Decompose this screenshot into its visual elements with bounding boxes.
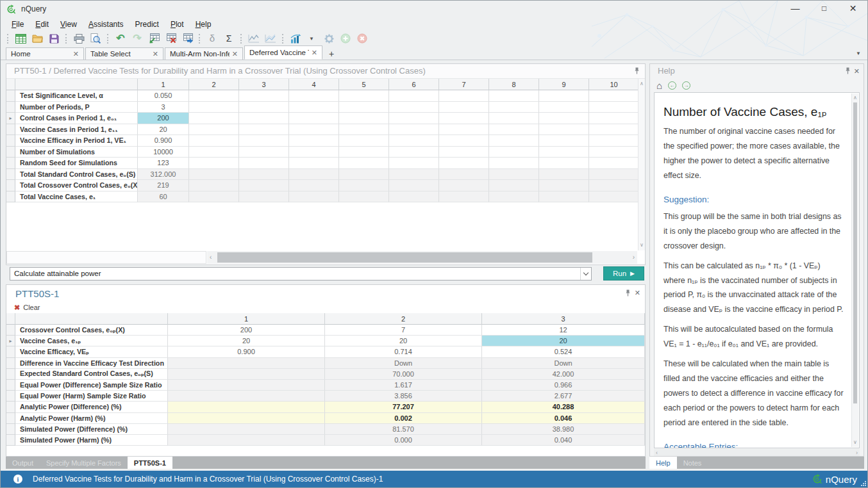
save-icon[interactable] [46,31,62,45]
grid-cell[interactable] [589,191,639,203]
grid-cell[interactable]: 60 [138,191,189,203]
grid-cell[interactable] [489,158,539,169]
grid-cell[interactable] [339,124,389,136]
grid-cell[interactable] [189,191,239,203]
close-icon[interactable]: ✕ [635,289,640,297]
home-icon[interactable]: ⌂ [656,81,662,90]
grid-cell[interactable]: 42.000 [482,369,645,380]
dock-tab-notes[interactable]: Notes [677,457,708,469]
grid-cell[interactable]: 0.002 [325,413,482,424]
row-selector[interactable] [6,402,15,412]
paste-table-icon[interactable] [146,31,162,45]
grid-cell[interactable] [589,124,639,136]
gear-icon[interactable] [321,31,337,45]
export-table-icon[interactable] [179,31,195,45]
grid-cell[interactable] [339,102,389,113]
grid-cell[interactable] [489,180,539,191]
grid-cell[interactable] [489,124,539,136]
row-selector[interactable] [6,325,15,336]
dock-tab-ptt50s-1[interactable]: PTT50S-1 [128,457,172,469]
close-button[interactable]: ✕ [839,1,867,17]
grid-cell[interactable]: 40.288 [482,402,645,412]
grid-cell[interactable]: 200 [138,113,189,124]
grid-cell[interactable] [589,147,639,158]
grid-cell[interactable] [589,90,639,102]
print-preview-icon[interactable] [88,31,103,45]
grid-cell[interactable]: 0.900 [168,346,325,357]
run-button[interactable]: Run ▶ [603,266,644,281]
chart-caret-icon[interactable]: ▼ [305,31,320,45]
grid-cell[interactable]: 81.570 [325,424,482,435]
delete-table-icon[interactable] [163,31,178,45]
row-selector[interactable] [6,435,15,446]
grid-cell[interactable] [168,413,325,424]
scroll-thumb[interactable] [853,102,857,403]
grid-cell[interactable]: 12 [482,325,645,336]
add-circle-icon[interactable] [338,31,353,45]
tab-table-select[interactable]: Table Select✕ [85,47,163,60]
maximize-button[interactable]: □ [810,1,839,17]
grid-cell[interactable] [439,191,489,203]
help-horizontal-scrollbar[interactable]: ‹ › [654,449,860,456]
help-vertical-scrollbar[interactable]: ∧ ∨ [851,94,858,447]
resize-grip[interactable] [861,481,866,486]
grid-cell[interactable]: 0.050 [138,90,189,102]
grid-cell[interactable] [239,102,289,113]
grid-cell[interactable] [439,135,489,147]
new-table-icon[interactable] [13,31,28,45]
grid-cell[interactable]: 200 [168,325,325,336]
pin-icon[interactable] [634,67,640,76]
grid-cell[interactable] [539,90,589,102]
grid-cell[interactable] [168,380,325,391]
grid-cell[interactable] [539,169,589,181]
grid-cell[interactable] [239,191,289,203]
grid-cell[interactable] [389,191,439,203]
grid-cell[interactable] [168,402,325,412]
grid-cell[interactable] [389,169,439,181]
menu-assistants[interactable]: Assistants [83,20,129,29]
menu-file[interactable]: File [6,20,29,29]
grid-cell[interactable]: 77.207 [325,402,482,412]
grid-cell[interactable] [589,180,639,191]
grid-cell[interactable] [168,391,325,402]
clear-button[interactable]: ✖ Clear [6,302,645,313]
grid-cell[interactable] [239,180,289,191]
grid-cell[interactable] [239,169,289,181]
grid-cell[interactable] [189,158,239,169]
grid-cell[interactable]: Down [325,358,482,369]
grid-cell[interactable] [489,102,539,113]
grid-cell[interactable]: 10000 [138,147,189,158]
menu-edit[interactable]: Edit [29,20,54,29]
grid-cell[interactable] [289,147,339,158]
grid-cell[interactable] [389,135,439,147]
grid-cell[interactable] [189,124,239,136]
grid-cell[interactable]: 0.524 [482,346,645,357]
row-selector[interactable] [6,180,15,191]
tab-home[interactable]: Home✕ [6,47,84,60]
pin-icon[interactable] [625,289,631,298]
grid-cell[interactable] [539,147,589,158]
grid-cell[interactable] [539,124,589,136]
tab-close-icon[interactable]: ✕ [232,50,238,58]
row-selector[interactable] [6,369,15,380]
row-selector[interactable]: ▸ [6,113,15,124]
grid-cell[interactable] [189,90,239,102]
scroll-thumb[interactable] [217,252,592,263]
grid-cell[interactable]: 70.000 [325,369,482,380]
grid-cell[interactable] [189,113,239,124]
grid-cell[interactable] [489,191,539,203]
tab-close-icon[interactable]: ✕ [73,50,79,58]
new-tab-button[interactable]: + [329,49,334,60]
row-selector[interactable] [6,102,15,113]
grid-cell[interactable] [239,113,289,124]
grid-cell[interactable]: 0.900 [138,135,189,147]
menu-plot[interactable]: Plot [165,20,190,29]
row-selector[interactable] [6,413,15,424]
redo-icon[interactable]: ↷ [129,31,145,45]
grid-cell[interactable] [539,135,589,147]
row-selector[interactable] [6,135,15,147]
grid-cell[interactable] [239,135,289,147]
grid-cell[interactable] [189,102,239,113]
line-plot-icon[interactable] [246,31,262,45]
grid-cell[interactable]: 0.966 [482,380,645,391]
